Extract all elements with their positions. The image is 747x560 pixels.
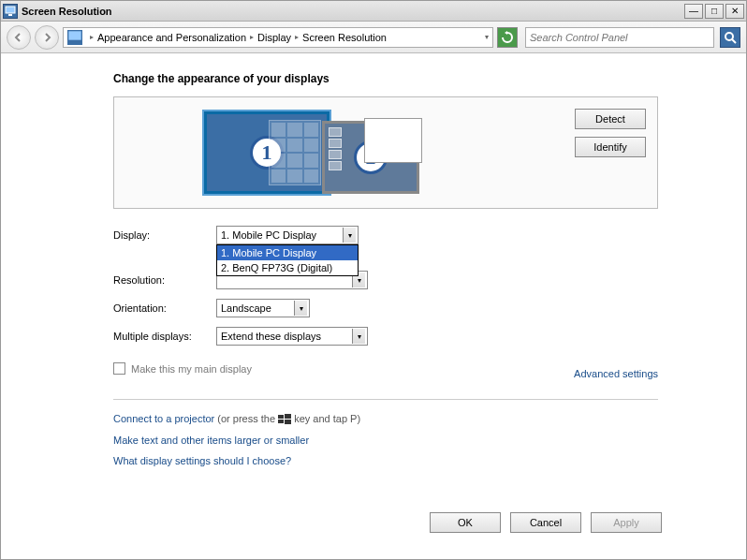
- svg-rect-2: [68, 31, 81, 39]
- breadcrumb-part[interactable]: Screen Resolution: [302, 32, 387, 43]
- multiple-displays-label: Multiple displays:: [113, 331, 216, 342]
- text-size-link[interactable]: Make text and other items larger or smal…: [113, 435, 658, 446]
- breadcrumb-part[interactable]: Display: [257, 32, 291, 43]
- monitor-2[interactable]: 2: [322, 121, 419, 194]
- resolution-label: Resolution:: [113, 274, 216, 286]
- display-select-value: 1. Mobile PC Display: [221, 229, 316, 241]
- minimize-button[interactable]: —: [684, 4, 703, 19]
- identify-button[interactable]: Identify: [575, 137, 646, 157]
- chevron-down-icon: ▾: [352, 329, 365, 344]
- orientation-select-value: Landscape: [221, 302, 271, 314]
- windows-key-icon: [278, 414, 291, 425]
- page-heading: Change the appearance of your displays: [113, 72, 746, 85]
- chevron-icon: ▸: [250, 33, 254, 41]
- apply-button[interactable]: Apply: [591, 512, 662, 533]
- refresh-button[interactable]: [497, 27, 518, 48]
- multiple-displays-value: Extend these displays: [221, 331, 321, 342]
- chevron-down-icon: ▾: [343, 228, 356, 243]
- display-select[interactable]: 1. Mobile PC Display ▾: [216, 226, 359, 244]
- svg-line-4: [732, 39, 736, 43]
- chevron-icon: ▸: [90, 33, 94, 41]
- ok-button[interactable]: OK: [430, 512, 501, 533]
- projector-link[interactable]: Connect to a projector (or press the key…: [113, 413, 658, 425]
- dropdown-option[interactable]: 1. Mobile PC Display: [217, 245, 358, 260]
- help-link[interactable]: What display settings should I choose?: [113, 455, 658, 466]
- multiple-displays-select[interactable]: Extend these displays ▾: [216, 327, 368, 346]
- window: Screen Resolution — □ ✕ ▸ Appearance and…: [0, 0, 747, 560]
- search-field[interactable]: [530, 32, 710, 43]
- keypad-graphic: [269, 120, 321, 185]
- window-graphic: [364, 118, 422, 163]
- display-label: Display:: [113, 229, 216, 241]
- window-title: Screen Resolution: [22, 6, 112, 17]
- thumbs-graphic: [329, 127, 342, 170]
- breadcrumb-part[interactable]: Appearance and Personalization: [97, 32, 246, 43]
- monitor-1[interactable]: 1: [204, 111, 330, 194]
- back-button[interactable]: [7, 25, 31, 50]
- dropdown-option[interactable]: 2. BenQ FP73G (Digital): [217, 260, 358, 275]
- main-display-label: Make this my main display: [131, 363, 252, 375]
- display-icon: [3, 4, 18, 19]
- titlebar: Screen Resolution — □ ✕: [1, 1, 746, 22]
- settings-form: Display: 1. Mobile PC Display ▾ 1. Mobil…: [113, 226, 658, 466]
- main-display-checkbox[interactable]: [113, 362, 125, 375]
- close-button[interactable]: ✕: [725, 4, 744, 19]
- chevron-down-icon: ▾: [294, 301, 307, 316]
- forward-button[interactable]: [35, 25, 59, 50]
- chevron-icon: ▸: [295, 33, 299, 41]
- toolbar: ▸ Appearance and Personalization ▸ Displ…: [1, 22, 746, 53]
- svg-rect-0: [6, 7, 15, 13]
- orientation-select[interactable]: Landscape ▾: [216, 299, 310, 317]
- svg-rect-1: [8, 14, 12, 16]
- cancel-button[interactable]: Cancel: [510, 512, 581, 533]
- dialog-buttons: OK Cancel Apply: [430, 512, 662, 533]
- display-dropdown: 1. Mobile PC Display 2. BenQ FP73G (Digi…: [216, 244, 359, 276]
- svg-rect-5: [278, 415, 284, 419]
- svg-point-3: [725, 33, 733, 40]
- svg-rect-7: [278, 420, 284, 423]
- breadcrumb[interactable]: ▸ Appearance and Personalization ▸ Displ…: [63, 27, 493, 48]
- content-area: Change the appearance of your displays 1…: [1, 53, 746, 559]
- display-preview: 1 2 Detect Identify: [113, 96, 658, 209]
- search-button[interactable]: [720, 27, 740, 48]
- breadcrumb-icon: [67, 30, 82, 45]
- chevron-down-icon[interactable]: ▾: [485, 33, 489, 41]
- orientation-label: Orientation:: [113, 302, 216, 314]
- maximize-button[interactable]: □: [705, 4, 724, 19]
- divider: [113, 399, 658, 400]
- detect-button[interactable]: Detect: [575, 109, 646, 129]
- search-input[interactable]: [525, 27, 714, 48]
- advanced-settings-link[interactable]: Advanced settings: [574, 368, 658, 379]
